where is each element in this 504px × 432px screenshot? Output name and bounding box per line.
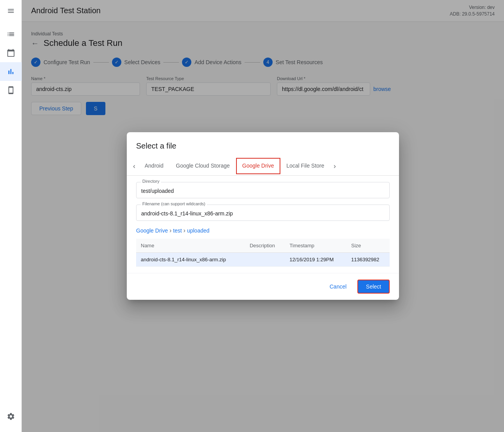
file-path-uploaded[interactable]: uploaded [187, 227, 210, 234]
cancel-button[interactable]: Cancel [325, 280, 351, 293]
file-path-sep-2: › [184, 227, 186, 234]
sidebar-item-list[interactable] [0, 25, 22, 44]
file-size: 1136392982 [346, 253, 390, 267]
file-timestamp: 12/16/2019 1:29PM [285, 253, 346, 267]
select-button[interactable]: Select [357, 280, 390, 294]
sidebar-item-settings[interactable] [0, 407, 22, 426]
directory-label: Directory [141, 179, 161, 184]
tabs-next-button[interactable]: › [331, 157, 339, 175]
table-row[interactable]: android-cts-8.1_r14-linux_x86-arm.zip 12… [136, 253, 390, 267]
filename-label: Filename (can support wildcards) [141, 201, 207, 206]
file-name: android-cts-8.1_r14-linux_x86-arm.zip [136, 253, 245, 267]
col-name: Name [136, 239, 245, 253]
file-description [245, 253, 285, 267]
col-description: Description [245, 239, 285, 253]
tab-google-cloud-storage[interactable]: Google Cloud Storage [170, 158, 236, 174]
col-size: Size [346, 239, 390, 253]
filename-input[interactable] [136, 205, 390, 221]
tabs-prev-button[interactable]: ‹ [130, 157, 138, 175]
file-path-test[interactable]: test [173, 227, 182, 234]
directory-group: Directory [136, 182, 390, 198]
sidebar-item-chart[interactable] [0, 62, 22, 81]
select-file-dialog: Select a file ‹ Android Google Cloud Sto… [127, 132, 399, 300]
tabs-row: ‹ Android Google Cloud Storage Google Dr… [127, 157, 399, 176]
sidebar-item-phone[interactable] [0, 81, 22, 100]
filename-group: Filename (can support wildcards) [136, 205, 390, 221]
file-table: Name Description Timestamp Size android-… [136, 239, 390, 267]
col-timestamp: Timestamp [285, 239, 346, 253]
tab-google-drive[interactable]: Google Drive [236, 158, 280, 174]
directory-input[interactable] [136, 182, 390, 198]
file-path: Google Drive › test › uploaded [136, 227, 390, 234]
sidebar-settings[interactable] [0, 407, 22, 426]
tab-local-file-store[interactable]: Local File Store [280, 158, 331, 174]
sidebar-nav [0, 25, 22, 407]
dialog-title: Select a file [127, 132, 399, 157]
table-header-row: Name Description Timestamp Size [136, 239, 390, 253]
dialog-body: Directory Filename (can support wildcard… [127, 176, 399, 273]
tab-android[interactable]: Android [138, 158, 170, 174]
file-path-google-drive[interactable]: Google Drive [136, 227, 168, 234]
sidebar [0, 0, 22, 432]
dialog-overlay: Select a file ‹ Android Google Cloud Sto… [22, 0, 504, 432]
menu-icon[interactable] [0, 0, 22, 22]
sidebar-item-calendar[interactable] [0, 44, 22, 62]
file-path-sep-1: › [170, 227, 172, 234]
dialog-footer: Cancel Select [127, 273, 399, 300]
